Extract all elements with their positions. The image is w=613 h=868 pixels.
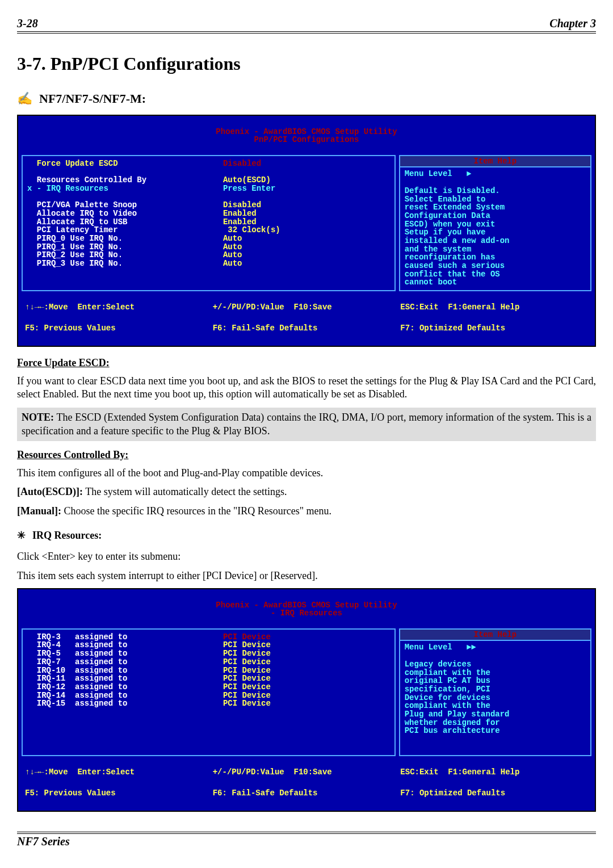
gear-icon: ✳ (17, 529, 26, 542)
bios-nav: ↑↓→←:Move Enter:Select+/-/PU/PD:Value F1… (22, 767, 591, 778)
bios-values: Disabled Auto(ESCD)Press Enter DisabledE… (223, 160, 390, 287)
help-title: Item Help (400, 630, 590, 641)
irq-heading: ✳ IRQ Resources: (17, 529, 596, 542)
nav-value: +/-/PU/PD:Value F10:Save (213, 768, 401, 777)
section-title: 3-7. PnP/PCI Configurations (17, 53, 596, 74)
nav-f7: F7: Optimized Defaults (400, 324, 588, 333)
nav-value: +/-/PU/PD:Value F10:Save (213, 303, 401, 312)
nav-f5: F5: Previous Values (25, 324, 213, 333)
nav-move: ↑↓→←:Move Enter:Select (25, 303, 213, 312)
page-footer: NF7 Series (17, 832, 596, 848)
help-text: Menu Level ► Default is Disabled.Select … (405, 170, 586, 287)
para: [Auto(ESCD)]: The system will automatica… (17, 485, 596, 498)
nav-move: ↑↓→←:Move Enter:Select (25, 768, 213, 777)
bios-screenshot-1: Phoenix - AwardBIOS CMOS Setup UtilityPn… (17, 115, 596, 347)
bios-nav: ↑↓→←:Move Enter:Select+/-/PU/PD:Value F1… (22, 302, 591, 313)
page-num: 3-28 (17, 17, 38, 30)
para: This item sets each system interrupt to … (17, 569, 596, 582)
note-box: NOTE: The ESCD (Extended System Configur… (17, 408, 596, 441)
bios-main[interactable]: IRQ-3 assigned to IRQ-4 assigned to IRQ-… (22, 628, 396, 757)
help-title: Item Help (400, 156, 590, 168)
bios-labels: IRQ-3 assigned to IRQ-4 assigned to IRQ-… (27, 633, 223, 752)
nav-exit: ESC:Exit F1:General Help (400, 303, 588, 312)
manual-label: [Manual]: (17, 505, 61, 517)
note-label: NOTE: (22, 412, 54, 423)
auto-label: [Auto(ESCD)]: (17, 486, 83, 497)
bios-banner: Phoenix - AwardBIOS CMOS Setup Utility (22, 128, 591, 136)
bios-nav2: F5: Previous ValuesF6: Fail-Safe Default… (22, 788, 591, 799)
irq-title: IRQ Resources: (32, 530, 102, 542)
page-header: 3-28 Chapter 3 (17, 17, 596, 33)
model-heading: ✍ NF7/NF7-S/NF7-M: (17, 91, 596, 106)
nav-f6: F6: Fail-Safe Defaults (213, 324, 401, 333)
nav-f7: F7: Optimized Defaults (400, 789, 588, 798)
chapter: Chapter 3 (549, 17, 596, 30)
bios-values: PCI DevicePCI DevicePCI DevicePCI Device… (223, 633, 390, 752)
para: [Manual]: Choose the specific IRQ resour… (17, 505, 596, 518)
option-heading: Resources Controlled By: (17, 449, 596, 461)
hand-icon: ✍ (17, 91, 32, 106)
option-heading: Force Update ESCD: (17, 357, 596, 369)
bios-screenshot-2: Phoenix - AwardBIOS CMOS Setup Utility- … (17, 588, 596, 812)
nav-exit: ESC:Exit F1:General Help (400, 768, 588, 777)
para: Click <Enter> key to enter its submenu: (17, 550, 596, 563)
bios-banner: Phoenix - AwardBIOS CMOS Setup Utility (22, 601, 591, 610)
model-text: NF7/NF7-S/NF7-M: (39, 91, 146, 106)
bios-main[interactable]: Force Update ESCD Resources Controlled B… (22, 155, 396, 291)
nav-f5: F5: Previous Values (25, 789, 213, 798)
bios-labels: Force Update ESCD Resources Controlled B… (27, 160, 223, 287)
auto-text: The system will automatically detect the… (83, 486, 287, 497)
bios-table: IRQ-3 assigned to IRQ-4 assigned to IRQ-… (22, 628, 591, 757)
manual-text: Choose the specific IRQ resources in the… (61, 505, 331, 517)
help-text: Menu Level ►► Legacy devicescompliant wi… (405, 643, 586, 752)
nav-f6: F6: Fail-Safe Defaults (213, 789, 401, 798)
bios-table: Force Update ESCD Resources Controlled B… (22, 155, 591, 291)
bios-help: Item HelpMenu Level ►► Legacy devicescom… (399, 628, 591, 757)
para: If you want to clear ESCD data next time… (17, 375, 596, 401)
bios-nav2: F5: Previous ValuesF6: Fail-Safe Default… (22, 323, 591, 334)
bios-help: Item HelpMenu Level ► Default is Disable… (399, 155, 591, 291)
para: This item configures all of the boot and… (17, 467, 596, 480)
note-text: The ESCD (Extended System Configuration … (22, 412, 591, 436)
bios-subtitle: - IRQ Resources (22, 609, 591, 618)
bios-subtitle: PnP/PCI Configurations (22, 136, 591, 144)
